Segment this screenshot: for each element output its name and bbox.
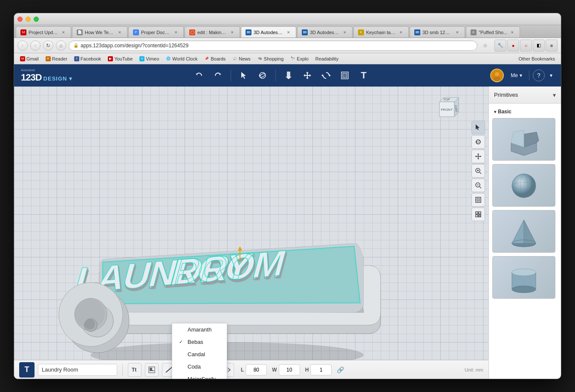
bm-favicon-boards: 📌 (204, 56, 209, 61)
tab-close-puffed[interactable]: ✕ (509, 29, 515, 35)
tab-close-autodesk1[interactable]: ✕ (286, 29, 292, 35)
bm-explo[interactable]: 🔭 Explo (288, 55, 311, 62)
move-tool[interactable] (300, 68, 315, 83)
move-down-tool[interactable] (281, 68, 296, 83)
bm-news[interactable]: 📰 News (230, 55, 253, 62)
back-button[interactable]: ‹ (17, 40, 28, 51)
primitive-cone[interactable] (492, 210, 555, 253)
bm-vimeo[interactable]: V Vimeo (137, 55, 162, 62)
select-tool[interactable] (236, 68, 251, 83)
tab-close-autodesk2[interactable]: ✕ (342, 29, 348, 35)
bm-youtube[interactable]: ▶ YouTube (105, 55, 135, 62)
bm-favicon-gmail: M (20, 56, 25, 61)
redo-button[interactable] (210, 68, 225, 83)
bm-other[interactable]: Other Bookmarks (516, 55, 558, 62)
bm-label-boards: Boards (211, 56, 225, 61)
extension-btn-3[interactable]: ○ (520, 40, 532, 52)
bm-favicon-vimeo: V (139, 56, 144, 61)
tab-autodesk2[interactable]: 3D 3D Autodesk 12... ✕ (297, 26, 353, 37)
close-button[interactable] (17, 17, 23, 22)
text-tool-label: T (361, 70, 366, 81)
tab-close-howwetest[interactable]: ✕ (117, 29, 123, 35)
text-tool[interactable]: T (356, 68, 371, 83)
dim-l-input[interactable] (246, 364, 267, 375)
sphere-shape-icon (505, 170, 543, 202)
extension-btn-2[interactable]: ● (507, 40, 519, 52)
orbit-mode-button[interactable] (471, 135, 485, 149)
select-mode-button[interactable] (471, 121, 485, 134)
bm-facebook[interactable]: f Facebook (72, 55, 104, 62)
extension-btn-4[interactable]: ◧ (533, 40, 545, 52)
dim-h-input[interactable] (310, 364, 332, 375)
primitive-sphere[interactable] (492, 164, 555, 207)
font-size-button[interactable]: Tt (128, 363, 142, 377)
rotate-tool[interactable] (318, 68, 334, 83)
extension-btn-5[interactable]: ≡ (546, 40, 558, 52)
text-style-button[interactable] (145, 363, 159, 377)
viewport[interactable]: LAUNDRY LAUNDRY ROOM ROOM LAUNDRY ROOM L… (14, 86, 488, 379)
bm-readability[interactable]: Readability (313, 55, 341, 62)
box-shape-icon (505, 124, 543, 156)
view-cube[interactable]: TOP FRONT LEFT (433, 93, 459, 119)
svg-rect-63 (150, 368, 152, 370)
tab-edit[interactable]: ◯ edit : Making... ✕ (185, 26, 240, 37)
bm-reader[interactable]: R Reader (43, 55, 70, 62)
minimize-button[interactable] (26, 17, 31, 22)
font-item-majorsnafu[interactable]: MajorSnafu (172, 373, 227, 379)
font-item-candal[interactable]: Candal (172, 348, 227, 360)
font-item-amaranth[interactable]: Amaranth (172, 323, 227, 336)
tab-label-autodesk1: 3D Autodesk 12... (254, 30, 283, 35)
tab-close-keychain[interactable]: ✕ (398, 29, 404, 35)
tab-howwetest[interactable]: 📄 How We Test... ✕ (72, 26, 127, 37)
tab-autodesk1[interactable]: 3D 3D Autodesk 12... ✕ (241, 26, 296, 37)
tab-keychain[interactable]: K Keychain tag... ✕ (353, 26, 409, 37)
text-mode-button[interactable]: T (19, 362, 35, 378)
app-toolbar: T (81, 68, 482, 83)
panel-section-basic: ▾ Basic (489, 104, 561, 304)
section-toggle-basic[interactable]: ▾ (494, 110, 496, 114)
undo-button[interactable] (191, 68, 207, 83)
primitive-box[interactable] (492, 118, 555, 161)
tab-close-smb[interactable]: ✕ (454, 29, 460, 35)
user-menu-button[interactable]: Me ▾ (507, 71, 526, 80)
zoom-out-button[interactable] (471, 179, 485, 192)
tab-smb[interactable]: 3D 3D smb 123D_D... ✕ (410, 26, 465, 37)
bookmark-star[interactable]: ☆ (480, 40, 490, 51)
bm-worldclock[interactable]: 🌐 World Clock (163, 55, 200, 62)
bm-favicon-news: 📰 (232, 56, 237, 61)
pan-mode-button[interactable] (471, 150, 485, 163)
primitive-cylinder[interactable] (492, 256, 555, 299)
bm-gmail[interactable]: M Gmail (17, 55, 41, 62)
font-item-coda[interactable]: Coda (172, 360, 227, 373)
tab-close-edit[interactable]: ✕ (229, 29, 235, 35)
fit-view-button[interactable] (471, 193, 485, 207)
orbit-tool[interactable] (255, 68, 270, 83)
dim-w-input[interactable] (279, 364, 300, 375)
home-button[interactable]: ⌂ (56, 40, 66, 51)
tab-label-puffed: "Puffed Sho... (479, 30, 507, 35)
tab-close-gmail[interactable]: ✕ (61, 29, 66, 35)
panel-scroll-area[interactable]: ▾ Basic (489, 104, 561, 379)
tab-properdocu[interactable]: P Proper Docu... ✕ (128, 26, 184, 37)
bm-label-reader: Reader (52, 56, 67, 61)
bm-boards[interactable]: 📌 Boards (202, 55, 228, 62)
forward-button[interactable]: › (30, 40, 40, 51)
help-chevron[interactable]: ▾ (548, 71, 554, 80)
zoom-in-button[interactable] (471, 164, 485, 178)
refresh-button[interactable]: ↻ (43, 40, 53, 51)
svg-marker-7 (303, 72, 311, 79)
snap-button[interactable] (471, 208, 485, 221)
tab-puffed[interactable]: K "Puffed Sho... ✕ (466, 26, 520, 37)
tab-gmail[interactable]: M Project Upda... ✕ (16, 26, 71, 37)
bm-shopping[interactable]: 🛍 Shopping (255, 55, 286, 62)
extension-btn-1[interactable]: 🔧 (494, 40, 506, 52)
link-button[interactable]: 🔗 (335, 365, 345, 375)
maximize-button[interactable] (34, 17, 39, 22)
help-button[interactable]: ? (533, 69, 545, 81)
text-content-input[interactable] (38, 364, 117, 376)
scale-tool[interactable] (337, 68, 353, 83)
font-item-bebas[interactable]: ✓ Bebas (172, 336, 227, 348)
address-bar[interactable]: 🔒 apps.123dapp.com/design/?contentid=126… (69, 40, 477, 51)
panel-toggle-button[interactable]: ▾ (553, 92, 556, 98)
tab-close-properdocu[interactable]: ✕ (173, 29, 179, 35)
